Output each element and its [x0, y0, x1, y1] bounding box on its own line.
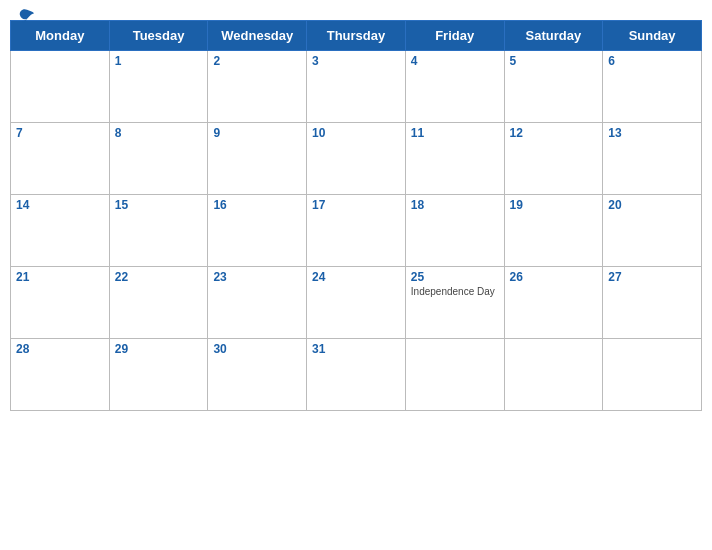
calendar-cell: 7 — [11, 123, 110, 195]
day-number: 30 — [213, 342, 301, 356]
calendar-cell: 16 — [208, 195, 307, 267]
calendar-cell: 28 — [11, 339, 110, 411]
logo-bird-icon — [18, 8, 36, 24]
calendar-cell — [504, 339, 603, 411]
calendar-cell: 20 — [603, 195, 702, 267]
calendar-cell — [405, 339, 504, 411]
weekday-header-monday: Monday — [11, 21, 110, 51]
calendar-cell: 31 — [307, 339, 406, 411]
week-row-3: 14151617181920 — [11, 195, 702, 267]
calendar-cell: 15 — [109, 195, 208, 267]
day-number: 22 — [115, 270, 203, 284]
calendar-cell: 17 — [307, 195, 406, 267]
calendar-cell — [11, 51, 110, 123]
calendar-cell: 29 — [109, 339, 208, 411]
calendar-cell: 30 — [208, 339, 307, 411]
day-number: 9 — [213, 126, 301, 140]
day-number: 13 — [608, 126, 696, 140]
calendar-cell: 10 — [307, 123, 406, 195]
calendar-cell: 23 — [208, 267, 307, 339]
day-number: 21 — [16, 270, 104, 284]
day-number: 25 — [411, 270, 499, 284]
day-number: 1 — [115, 54, 203, 68]
day-number: 15 — [115, 198, 203, 212]
day-number: 2 — [213, 54, 301, 68]
calendar-cell: 9 — [208, 123, 307, 195]
day-number: 11 — [411, 126, 499, 140]
weekday-header-sunday: Sunday — [603, 21, 702, 51]
calendar-cell: 14 — [11, 195, 110, 267]
week-row-4: 2122232425Independence Day2627 — [11, 267, 702, 339]
holiday-label: Independence Day — [411, 286, 499, 297]
calendar-cell: 6 — [603, 51, 702, 123]
weekday-header-saturday: Saturday — [504, 21, 603, 51]
calendar-cell: 18 — [405, 195, 504, 267]
calendar-cell: 2 — [208, 51, 307, 123]
weekday-header-wednesday: Wednesday — [208, 21, 307, 51]
calendar-cell: 11 — [405, 123, 504, 195]
calendar-cell: 3 — [307, 51, 406, 123]
day-number: 16 — [213, 198, 301, 212]
day-number: 26 — [510, 270, 598, 284]
week-row-5: 28293031 — [11, 339, 702, 411]
calendar-cell: 12 — [504, 123, 603, 195]
day-number: 8 — [115, 126, 203, 140]
calendar-cell: 22 — [109, 267, 208, 339]
calendar-cell: 1 — [109, 51, 208, 123]
day-number: 29 — [115, 342, 203, 356]
logo — [16, 8, 36, 24]
calendar-header — [0, 0, 712, 14]
calendar-cell: 8 — [109, 123, 208, 195]
day-number: 4 — [411, 54, 499, 68]
calendar-cell: 4 — [405, 51, 504, 123]
calendar-cell — [603, 339, 702, 411]
day-number: 24 — [312, 270, 400, 284]
logo-blue-text — [16, 8, 36, 24]
weekday-header-thursday: Thursday — [307, 21, 406, 51]
day-number: 10 — [312, 126, 400, 140]
day-number: 12 — [510, 126, 598, 140]
calendar-table: MondayTuesdayWednesdayThursdayFridaySatu… — [10, 20, 702, 411]
day-number: 20 — [608, 198, 696, 212]
weekday-header-row: MondayTuesdayWednesdayThursdayFridaySatu… — [11, 21, 702, 51]
calendar-cell: 19 — [504, 195, 603, 267]
day-number: 18 — [411, 198, 499, 212]
day-number: 14 — [16, 198, 104, 212]
calendar-cell: 24 — [307, 267, 406, 339]
day-number: 7 — [16, 126, 104, 140]
day-number: 6 — [608, 54, 696, 68]
calendar-cell: 25Independence Day — [405, 267, 504, 339]
calendar-cell: 26 — [504, 267, 603, 339]
day-number: 27 — [608, 270, 696, 284]
day-number: 28 — [16, 342, 104, 356]
day-number: 19 — [510, 198, 598, 212]
weekday-header-friday: Friday — [405, 21, 504, 51]
day-number: 17 — [312, 198, 400, 212]
calendar-cell: 21 — [11, 267, 110, 339]
calendar-cell: 5 — [504, 51, 603, 123]
weekday-header-tuesday: Tuesday — [109, 21, 208, 51]
day-number: 23 — [213, 270, 301, 284]
week-row-2: 78910111213 — [11, 123, 702, 195]
day-number: 5 — [510, 54, 598, 68]
day-number: 3 — [312, 54, 400, 68]
calendar-cell: 13 — [603, 123, 702, 195]
calendar-cell: 27 — [603, 267, 702, 339]
day-number: 31 — [312, 342, 400, 356]
week-row-1: 123456 — [11, 51, 702, 123]
